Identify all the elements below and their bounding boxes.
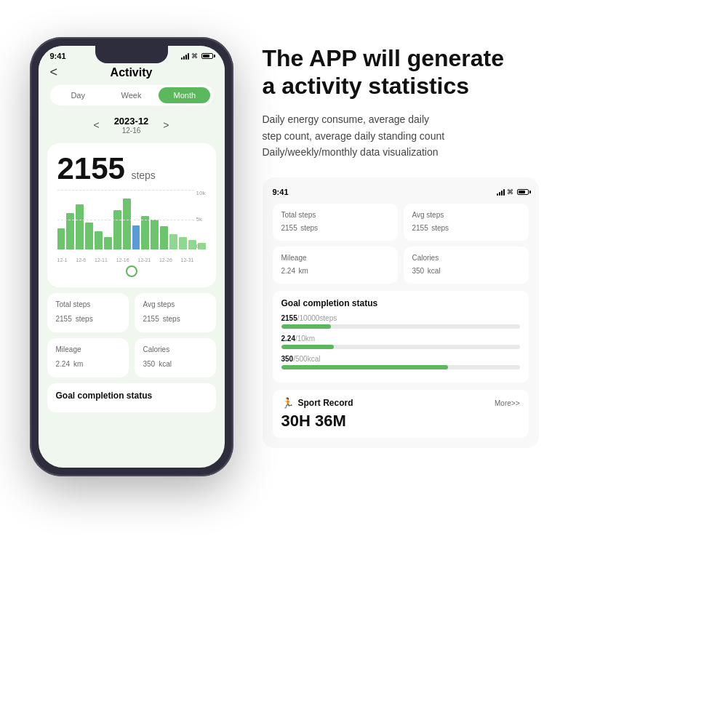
bar-11 — [151, 220, 159, 249]
chart-line-5k — [57, 220, 194, 220]
stat-calories-label: Calories — [143, 345, 207, 353]
bar-3 — [76, 204, 84, 249]
date-prev-button[interactable]: < — [93, 119, 99, 131]
chart-x-labels: 12-1 12-6 12-11 12-16 12-21 12-26 12-31 — [57, 257, 194, 263]
date-sub: 12-16 — [114, 127, 149, 135]
mini-goal-section: Goal completion status 2155/10000steps 2… — [273, 291, 529, 383]
progress-mileage-bar — [281, 345, 520, 349]
stat-mileage-label: Mileage — [56, 345, 120, 353]
mini-stat-total-steps-value: 2155 steps — [281, 220, 389, 233]
mini-stat-mileage: Mileage 2.24 km — [273, 247, 398, 284]
progress-mileage: 2.24/10km — [281, 335, 520, 349]
mini-stat-calories: Calories 350 kcal — [404, 247, 529, 284]
headline-line2: a activity statistics — [263, 73, 470, 99]
stat-calories-value: 350 kcal — [143, 355, 207, 370]
sport-time: 30H 36M — [281, 412, 520, 431]
wifi-icon: ⌘ — [191, 52, 198, 60]
date-next-button[interactable]: > — [163, 119, 169, 131]
stat-mileage: Mileage 2.24 km — [47, 338, 129, 377]
mini-stat-total-steps: Total steps 2155 steps — [273, 204, 398, 241]
sport-record-title: 🏃 Sport Record — [281, 397, 353, 409]
mini-goal-title: Goal completion status — [281, 298, 520, 308]
sport-record-section: 🏃 Sport Record More>> 30H 36M — [273, 390, 529, 438]
status-time: 9:41 — [50, 52, 66, 60]
bar-10 — [141, 216, 149, 249]
status-icons: ⌘ — [181, 52, 213, 60]
progress-mileage-label: 2.24/10km — [281, 335, 520, 343]
bar-7 — [113, 210, 121, 249]
progress-calories: 350/500kcal — [281, 355, 520, 369]
progress-calories-fill — [281, 365, 449, 369]
stats-grid: Total steps 2155 steps Avg steps 2155 st… — [47, 293, 216, 377]
steps-display: 2155 steps — [57, 153, 206, 184]
steps-number: 2155 — [57, 151, 125, 185]
description: Daily energy consume, average daily step… — [263, 111, 699, 160]
progress-mileage-fill — [281, 345, 334, 349]
mini-stat-avg-steps-label: Avg steps — [412, 211, 520, 219]
headline: The APP will generate a activity statist… — [263, 44, 699, 100]
sport-record-label: Sport Record — [298, 398, 353, 408]
stat-total-steps-value: 2155 steps — [56, 310, 120, 325]
tab-week[interactable]: Week — [105, 87, 157, 103]
back-button[interactable]: < — [50, 65, 58, 80]
bar-13 — [169, 234, 177, 249]
signal-icon — [181, 52, 189, 60]
chart-line-10k — [57, 190, 194, 191]
right-panel: The APP will generate a activity statist… — [263, 37, 699, 449]
date-nav: < 2023-12 12-16 > — [39, 113, 225, 137]
bar-4 — [85, 223, 93, 249]
progress-steps-label: 2155/10000steps — [281, 314, 520, 322]
mini-stat-total-steps-label: Total steps — [281, 211, 389, 219]
mini-stat-mileage-value: 2.24 km — [281, 263, 389, 276]
progress-calories-label: 350/500kcal — [281, 355, 520, 363]
mini-icons: ⌘ — [497, 188, 529, 196]
main-container: 9:41 ⌘ < Activity — [15, 23, 713, 706]
bar-12 — [160, 226, 168, 249]
date-display: 2023-12 12-16 — [114, 116, 149, 135]
progress-steps: 2155/10000steps — [281, 314, 520, 329]
stat-total-steps-label: Total steps — [56, 300, 120, 308]
phone-notch — [95, 46, 168, 63]
bar-6 — [104, 237, 112, 249]
run-icon: 🏃 — [281, 397, 294, 409]
mini-signal-icon — [497, 188, 505, 196]
sport-record-header: 🏃 Sport Record More>> — [281, 397, 520, 409]
app-header: < Activity — [39, 63, 225, 85]
progress-steps-fill — [281, 324, 332, 329]
stat-calories: Calories 350 kcal — [135, 338, 216, 377]
bar-8 — [123, 199, 131, 249]
chart-slider-dot[interactable] — [126, 265, 137, 277]
more-link[interactable]: More>> — [495, 399, 519, 407]
stat-avg-steps: Avg steps 2155 steps — [135, 293, 216, 332]
bar-1 — [57, 228, 65, 249]
mini-time: 9:41 — [273, 188, 289, 196]
bar-9 — [132, 225, 140, 249]
stat-avg-steps-label: Avg steps — [143, 300, 207, 308]
date-main: 2023-12 — [114, 116, 149, 127]
mini-stat-mileage-label: Mileage — [281, 254, 389, 262]
chart-y-labels: 10k 5k 0 — [196, 190, 206, 249]
bar-chart: 10k 5k 0 — [57, 190, 206, 263]
mini-stat-calories-label: Calories — [412, 254, 520, 262]
bar-5 — [95, 231, 103, 249]
mini-battery-icon — [517, 189, 529, 195]
stat-avg-steps-value: 2155 steps — [143, 310, 207, 325]
bar-14 — [179, 237, 187, 249]
mini-wifi-icon: ⌘ — [507, 188, 513, 196]
phone-mockup: 9:41 ⌘ < Activity — [30, 37, 233, 476]
stat-mileage-value: 2.24 km — [56, 355, 120, 370]
headline-line1: The APP will generate — [263, 45, 505, 71]
mini-stat-avg-steps-value: 2155 steps — [412, 220, 520, 233]
battery-icon — [201, 53, 213, 59]
mini-stat-calories-value: 350 kcal — [412, 263, 520, 276]
mini-stat-avg-steps: Avg steps 2155 steps — [404, 204, 529, 241]
bar-15 — [188, 240, 196, 249]
chart-card: 2155 steps 10k 5k 0 — [47, 143, 216, 287]
goal-section-title: Goal completion status — [56, 391, 207, 401]
steps-unit: steps — [131, 169, 155, 181]
phone-screen: 9:41 ⌘ < Activity — [39, 46, 225, 468]
tab-month[interactable]: Month — [159, 87, 210, 103]
progress-steps-bar — [281, 324, 520, 329]
tab-bar: Day Week Month — [50, 85, 213, 105]
tab-day[interactable]: Day — [52, 87, 104, 103]
